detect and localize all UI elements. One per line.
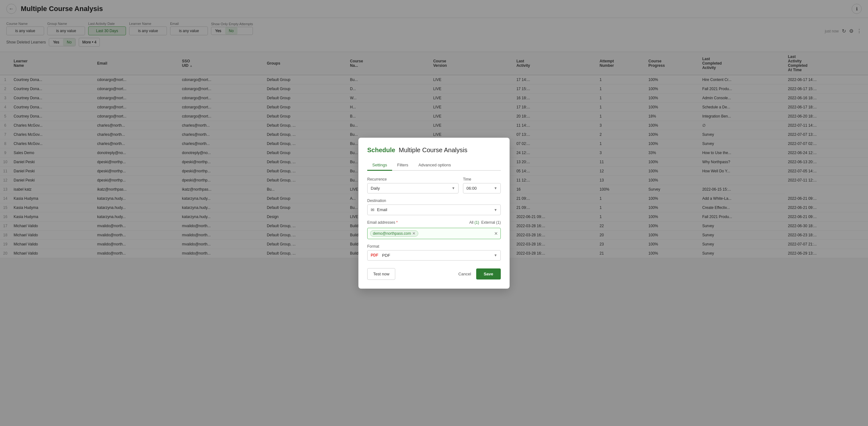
destination-value: Email [377, 207, 388, 212]
modal-title-rest: Multiple Course Analysis [399, 147, 467, 153]
tab-advanced-options[interactable]: Advanced options [413, 160, 456, 171]
modal-overlay: Schedule Multiple Course Analysis Settin… [0, 0, 868, 258]
format-select[interactable]: PDF PDF ▼ [367, 250, 501, 258]
required-marker: * [396, 220, 398, 225]
destination-chevron-icon: ▼ [494, 208, 497, 212]
time-label: Time [463, 177, 501, 182]
recurrence-time-row: Recurrence Daily ▼ Time 06:00 ▼ [367, 177, 501, 193]
format-chevron-icon: ▼ [494, 253, 497, 257]
email-tag-item: demo@northpass.com ✕ [370, 230, 418, 237]
email-counts: All (1) External (1) [469, 220, 501, 225]
recurrence-value: Daily [371, 186, 452, 191]
email-tag-value: demo@northpass.com [373, 231, 411, 236]
destination-select[interactable]: ✉ Email ▼ [367, 205, 501, 215]
destination-email-icon: ✉ [371, 207, 374, 212]
format-group: Format PDF PDF ▼ [367, 244, 501, 258]
schedule-modal: Schedule Multiple Course Analysis Settin… [359, 138, 509, 258]
destination-label: Destination [367, 199, 501, 203]
email-tag-remove-icon[interactable]: ✕ [412, 231, 415, 236]
time-value: 06:00 [466, 186, 494, 191]
email-tags-clear-icon[interactable]: ✕ [494, 231, 498, 236]
recurrence-group: Recurrence Daily ▼ [367, 177, 459, 193]
tab-filters[interactable]: Filters [392, 160, 413, 171]
recurrence-chevron-icon: ▼ [452, 186, 455, 190]
pdf-icon: PDF [371, 253, 378, 257]
email-addresses-label: Email addresses * [367, 220, 398, 225]
settings-panel: Recurrence Daily ▼ Time 06:00 ▼ Destinat… [367, 177, 501, 258]
modal-tabs: Settings Filters Advanced options [367, 160, 501, 171]
tab-settings[interactable]: Settings [367, 160, 392, 171]
modal-title-schedule: Schedule [367, 147, 395, 153]
destination-group: Destination ✉ Email ▼ [367, 199, 501, 215]
time-chevron-icon: ▼ [494, 186, 497, 190]
modal-title: Schedule Multiple Course Analysis [367, 147, 501, 154]
time-select[interactable]: 06:00 ▼ [463, 183, 501, 193]
recurrence-select[interactable]: Daily ▼ [367, 183, 459, 193]
format-value: PDF [382, 253, 390, 258]
format-label: Format [367, 244, 501, 249]
destination-inner: ✉ Email [371, 207, 494, 212]
format-inner: PDF PDF [371, 253, 494, 258]
email-addresses-group: Email addresses * All (1) External (1) d… [367, 220, 501, 239]
time-group: Time 06:00 ▼ [463, 177, 501, 193]
email-tags-field[interactable]: demo@northpass.com ✕ ✕ [367, 228, 501, 239]
recurrence-label: Recurrence [367, 177, 459, 182]
